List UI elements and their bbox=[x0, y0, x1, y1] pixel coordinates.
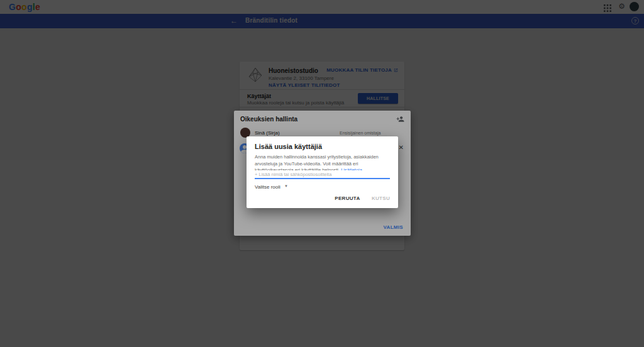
dialog-buttons: PERUUTA KUTSU bbox=[335, 191, 390, 202]
cancel-button[interactable]: PERUUTA bbox=[335, 196, 360, 201]
invite-button[interactable]: KUTSU bbox=[372, 196, 390, 201]
add-users-input[interactable] bbox=[255, 170, 390, 179]
role-select[interactable]: Valitse rooli bbox=[255, 184, 280, 190]
screen: Google ⚙ ← Bränditilin tiedot ? bbox=[0, 0, 644, 347]
add-users-dialog-title: Lisää uusia käyttäjiä bbox=[255, 143, 322, 150]
chevron-down-icon: ▼ bbox=[284, 184, 288, 188]
add-users-dialog: Lisää uusia käyttäjiä Anna muiden hallin… bbox=[247, 136, 398, 208]
